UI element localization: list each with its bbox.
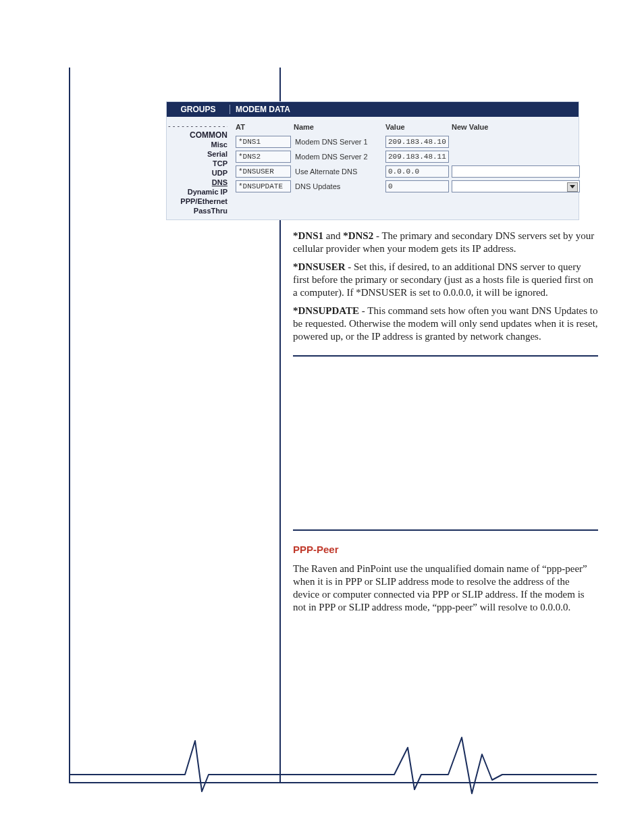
value-cell: 209.183.48.10 — [385, 136, 449, 148]
value-cell: 0 — [385, 180, 449, 192]
table-row: *DNS2 Modem DNS Server 2 209.183.48.11 — [236, 149, 580, 164]
section-divider — [293, 355, 598, 357]
chevron-down-icon — [570, 185, 575, 188]
col-at: AT — [236, 123, 291, 131]
sidebar-item-udp[interactable]: UDP — [168, 168, 227, 178]
modem-table-header: GROUPS MODEM DATA — [167, 102, 579, 117]
bold-dns1: *DNS1 — [293, 230, 323, 241]
value-cell: 0.0.0.0 — [385, 165, 449, 178]
at-cell: *DNS1 — [236, 136, 291, 148]
body-content: *DNS1 and *DNS2 - The primary and second… — [293, 230, 598, 619]
name-cell: Modem DNS Server 2 — [294, 153, 383, 161]
name-cell: DNS Updates — [294, 182, 383, 190]
at-cell: *DNSUSER — [236, 165, 291, 178]
table-row: *DNS1 Modem DNS Server 1 209.183.48.10 — [236, 134, 580, 149]
sidebar-item-dynamic-ip[interactable]: Dynamic IP — [168, 187, 227, 197]
sidebar-item-ppp-ethernet[interactable]: PPP/Ethernet — [168, 197, 227, 206]
blank-space — [293, 369, 598, 517]
modem-grid: AT Name Value New Value *DNS1 Modem DNS … — [230, 117, 584, 219]
paragraph-ppp-peer: The Raven and PinPoint use the unqualifi… — [293, 563, 598, 614]
new-value-input[interactable] — [452, 165, 580, 178]
sidebar-item-misc[interactable]: Misc — [168, 140, 227, 149]
dnsuser-input[interactable] — [452, 165, 580, 178]
paragraph-dnsuser: *DNSUSER - Set this, if desired, to an a… — [293, 261, 598, 299]
dnsupdate-select[interactable] — [452, 180, 580, 192]
col-value: Value — [385, 123, 449, 131]
at-cell: *DNSUPDATE — [236, 180, 291, 192]
sidebar-heading-common: COMMON — [168, 130, 227, 140]
name-cell: Modem DNS Server 1 — [294, 138, 383, 146]
col-name: Name — [294, 123, 383, 131]
section-title-ppp-peer: PPP-Peer — [293, 543, 598, 556]
paragraph-dnsupdate: *DNSUPDATE - This command sets how often… — [293, 305, 598, 343]
paragraph-dns1-dns2: *DNS1 and *DNS2 - The primary and second… — [293, 230, 598, 255]
header-groups: GROUPS — [167, 105, 230, 114]
grid-header-row: AT Name Value New Value — [236, 120, 580, 134]
bold-dns2: *DNS2 — [343, 230, 373, 241]
column-separator — [279, 216, 281, 783]
section-divider — [293, 529, 598, 531]
column-separator — [279, 68, 281, 103]
sidebar-divider: - - - - - - - - - - - - - - — [168, 121, 227, 130]
at-cell: *DNS2 — [236, 151, 291, 163]
col-new-value: New Value — [452, 123, 580, 131]
sidebar-item-tcp[interactable]: TCP — [168, 159, 227, 168]
modem-data-table: GROUPS MODEM DATA - - - - - - - - - - - … — [166, 101, 579, 220]
header-modem-data: MODEM DATA — [230, 105, 579, 114]
name-cell: Use Alternate DNS — [294, 167, 383, 176]
sidebar-item-dns[interactable]: DNS — [168, 178, 227, 187]
sidebar-item-passthru[interactable]: PassThru — [168, 206, 227, 215]
value-cell: 209.183.48.11 — [385, 151, 449, 163]
table-row: *DNSUSER Use Alternate DNS 0.0.0.0 — [236, 164, 580, 179]
text: and — [323, 230, 343, 241]
bold-dnsupdate: *DNSUPDATE — [293, 305, 359, 316]
table-row: *DNSUPDATE DNS Updates 0 — [236, 179, 580, 194]
sidebar-item-serial[interactable]: Serial — [168, 149, 227, 159]
bold-dnsuser: *DNSUSER — [293, 261, 346, 272]
groups-sidebar: - - - - - - - - - - - - - - COMMON Misc … — [167, 117, 230, 219]
